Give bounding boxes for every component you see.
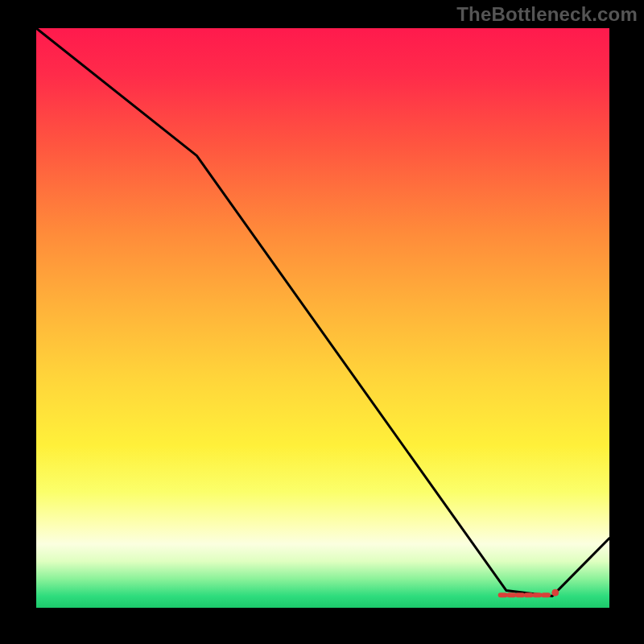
attribution-label: TheBottleneck.com bbox=[456, 3, 638, 26]
bottleneck-curve bbox=[36, 28, 609, 597]
plot-area bbox=[36, 28, 609, 608]
svg-point-6 bbox=[552, 589, 559, 596]
chart-container: TheBottleneck.com bbox=[0, 0, 644, 644]
chart-svg bbox=[36, 28, 609, 608]
